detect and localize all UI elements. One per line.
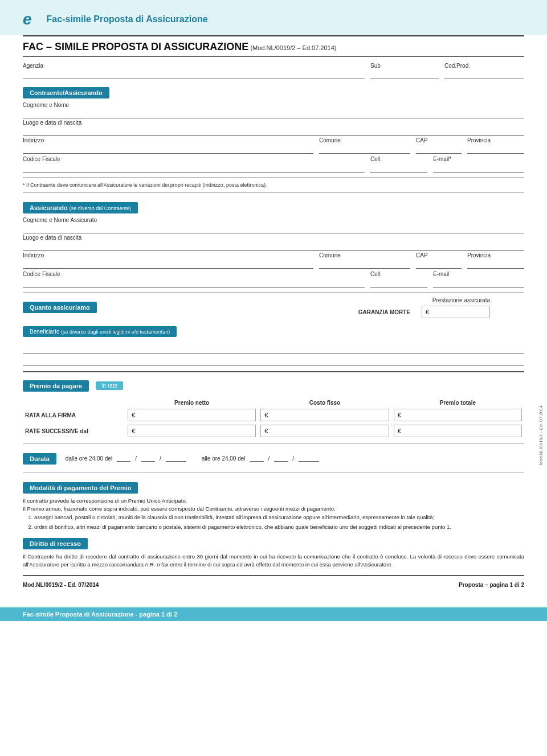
contraente-cf-row: Codice Fiscale Cell. E-mail*: [23, 156, 524, 172]
assicurando-luogo-input[interactable]: [23, 242, 524, 251]
assicurando-comune-input[interactable]: [319, 260, 410, 269]
modalita-list-item-1: assegni bancari, postali o circolari, mu…: [34, 513, 524, 521]
contraente-cf-input[interactable]: [23, 163, 365, 172]
beneficiario-label: Beneficiario: [30, 328, 59, 335]
assicurando-cognome-field: Cognome e Nome Assicurato: [23, 217, 524, 233]
assicurando-cognome-input[interactable]: [23, 224, 524, 233]
contraente-cell-label: Cell.: [370, 156, 427, 162]
side-text-label: Mod.NL/0019/1 - Ed. 07.2014: [538, 405, 544, 465]
footer-bar: Fac-simile Proposta di Assicurazione - p…: [0, 607, 547, 621]
rate-successive-fisso-euro: €: [264, 428, 268, 434]
assicurando-cap-input[interactable]: [416, 260, 462, 269]
assicurando-indirizzo-input[interactable]: [23, 260, 313, 269]
assicurando-email-input[interactable]: [433, 278, 524, 287]
assicurando-cf-label: Codice Fiscale: [23, 271, 365, 277]
beneficiario-field-row2: [23, 356, 524, 365]
rate-successive-fisso-cell: €: [258, 423, 391, 439]
logo-icon: e: [23, 10, 32, 28]
dalle-dd[interactable]: [117, 455, 130, 462]
rate-successive-totale-euro: €: [398, 428, 401, 434]
dalle-label: dalle ore 24,00 del: [66, 455, 112, 462]
contraente-comune-label: Comune: [319, 137, 410, 143]
doc-title-main: FAC – SIMILE PROPOSTA DI ASSICURAZIONE: [23, 41, 248, 52]
contraente-email-input[interactable]: [433, 163, 524, 172]
premio-table: Premio netto Costo fisso Premio totale R…: [23, 398, 524, 439]
contraente-provincia-field: Provincia: [467, 137, 524, 154]
contraente-luogo-input[interactable]: [23, 127, 524, 136]
sub-field: Sub: [370, 63, 439, 79]
contraente-email-field: E-mail*: [433, 156, 524, 172]
alle-dd[interactable]: [250, 455, 264, 462]
contraente-comune-field: Comune: [319, 137, 410, 154]
agenzia-label: Agenzia: [23, 63, 365, 69]
rate-successive-row: RATE SUCCESSIVE dal € € €: [23, 423, 524, 439]
rata-firma-netto-cell: €: [125, 407, 258, 423]
footer-mod-label: Mod.NL/0019/2 - Ed. 07/2014: [23, 582, 99, 588]
contraente-cap-label: CAP: [416, 137, 462, 143]
contraente-cf-label: Codice Fiscale: [23, 156, 365, 162]
assicurando-cell-label: Cell.: [370, 271, 427, 277]
dalle-yyyy[interactable]: [166, 455, 186, 462]
garanzia-morte-label: GARANZIA MORTE: [358, 309, 410, 315]
contraente-cap-input[interactable]: [416, 145, 462, 154]
rate-successive-netto-box[interactable]: €: [128, 425, 256, 437]
contraente-indirizzo-row: Indirizzo Comune CAP Provincia: [23, 137, 524, 154]
contraente-indirizzo-label: Indirizzo: [23, 137, 313, 143]
footer-mod-row: Mod.NL/0019/2 - Ed. 07/2014 Proposta – p…: [23, 580, 524, 590]
quanto-left: Quanto assicuriamo: [23, 297, 97, 317]
rata-firma-label: RATA ALLA FIRMA: [23, 407, 125, 423]
quanto-right: Prestazione assicurata GARANZIA MORTE €: [358, 297, 490, 318]
garanzia-euro-symbol: €: [426, 309, 429, 315]
rata-firma-netto-euro: €: [132, 412, 135, 418]
alle-mm[interactable]: [274, 455, 288, 462]
cod-prod-field: Cod.Prod.: [444, 63, 524, 79]
assicurando-cell-field: Cell.: [370, 271, 427, 287]
contraente-email-label: E-mail*: [433, 156, 524, 162]
assicurando-comune-label: Comune: [319, 252, 410, 258]
contraente-provincia-label: Provincia: [467, 137, 524, 143]
beneficiario-input1[interactable]: [23, 345, 524, 354]
assicurando-sub-label: (se diverso dal Contraente): [70, 206, 132, 211]
contraente-provincia-input[interactable]: [467, 145, 524, 154]
agenzia-input[interactable]: [23, 70, 365, 79]
assicurando-indirizzo-field: Indirizzo: [23, 252, 313, 269]
cod-prod-input[interactable]: [444, 70, 524, 79]
alle-yyyy[interactable]: [299, 455, 319, 462]
rate-successive-label: RATE SUCCESSIVE dal: [23, 423, 125, 439]
garanzia-morte-box[interactable]: €: [422, 306, 490, 318]
contraente-indirizzo-input[interactable]: [23, 145, 313, 154]
rata-firma-totale-box[interactable]: €: [394, 409, 522, 421]
contraente-indirizzo-field: Indirizzo: [23, 137, 313, 154]
modalita-section-btn: Modalità di pagamento del Premio: [23, 482, 138, 494]
main-content: FAC – SIMILE PROPOSTA DI ASSICURAZIONE (…: [0, 35, 547, 602]
rata-firma-fisso-euro: €: [264, 412, 268, 418]
assicurando-cell-input[interactable]: [370, 278, 427, 287]
contraente-cap-field: CAP: [416, 137, 462, 154]
agenzia-field: Agenzia: [23, 63, 365, 79]
assicurando-provincia-input[interactable]: [467, 260, 524, 269]
contraente-cell-input[interactable]: [370, 163, 427, 172]
rata-firma-fisso-box[interactable]: €: [260, 409, 389, 421]
rate-successive-totale-box[interactable]: €: [394, 425, 522, 437]
rata-firma-row: RATA ALLA FIRMA € € €: [23, 407, 524, 423]
contraente-luogo-label: Luogo e data di nascita: [23, 120, 524, 126]
contraente-separator: [23, 177, 524, 178]
contraente-cognome-input[interactable]: [23, 109, 524, 118]
assicurando-email-field: E-mail: [433, 271, 524, 287]
rate-successive-fisso-box[interactable]: €: [260, 425, 389, 437]
durata-section-btn: Durata: [23, 453, 56, 465]
rate-successive-totale-cell: €: [391, 423, 524, 439]
contraente-comune-input[interactable]: [319, 145, 410, 154]
rata-firma-netto-box[interactable]: €: [128, 409, 256, 421]
rata-firma-fisso-cell: €: [258, 407, 391, 423]
dalle-mm[interactable]: [141, 455, 155, 462]
assicurando-cf-input[interactable]: [23, 278, 365, 287]
assicurando-comune-field: Comune: [319, 252, 410, 269]
side-text-wrapper: Mod.NL/0019/1 - Ed. 07.2014: [536, 114, 546, 756]
sub-input[interactable]: [370, 70, 439, 79]
assicurando-header: Assicurando (se diverso dal Contraente): [23, 198, 524, 217]
beneficiario-input2[interactable]: [23, 356, 524, 365]
cod-prod-label: Cod.Prod.: [444, 63, 524, 69]
contraente-cognome-field: Cognome e Nome: [23, 102, 524, 118]
premio-col-empty: [23, 398, 125, 407]
